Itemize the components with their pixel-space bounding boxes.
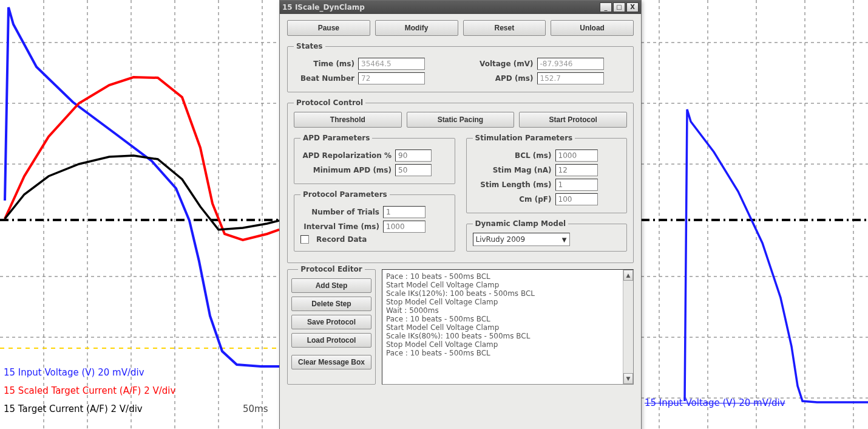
left-oscilloscope: 15 Input Voltage (V) 20 mV/div 15 Scaled…: [0, 0, 279, 429]
message-line: Scale IKs(120%): 100 beats - 500ms BCL: [386, 289, 629, 298]
minimize-button[interactable]: _: [600, 2, 612, 12]
interval-input[interactable]: [383, 221, 426, 233]
message-line: Stop Model Cell Voltage Clamp: [386, 340, 629, 349]
record-data-label: Record Data: [316, 235, 367, 244]
states-group: States Time (ms) Beat Number Voltage (mV…: [287, 42, 634, 92]
protocol-params-legend: Protocol Parameters: [300, 190, 390, 199]
start-protocol-button[interactable]: Start Protocol: [519, 112, 627, 128]
unload-button[interactable]: Unload: [551, 20, 634, 36]
x-tick-label: 50ms: [243, 403, 268, 414]
modify-button[interactable]: Modify: [375, 20, 458, 36]
states-legend: States: [294, 42, 325, 50]
stim-params-legend: Stimulation Parameters: [473, 134, 575, 142]
voltage-label: Voltage (mV): [467, 60, 534, 68]
apd-repol-label: APD Repolarization %: [300, 151, 392, 160]
scroll-down-icon[interactable]: ▼: [623, 373, 633, 384]
cm-label: Cm (pF): [473, 195, 552, 204]
bcl-label: BCL (ms): [473, 151, 552, 160]
model-select[interactable]: LivRudy 2009 ▼: [473, 233, 570, 246]
stim-mag-input[interactable]: [555, 164, 598, 176]
protocol-control-legend: Protocol Control: [294, 98, 365, 107]
save-protocol-button[interactable]: Save Protocol: [291, 315, 371, 329]
add-step-button[interactable]: Add Step: [291, 278, 371, 293]
titlebar[interactable]: 15 IScale_DynClamp _ □ X: [280, 1, 641, 14]
reset-button[interactable]: Reset: [463, 20, 546, 36]
message-box[interactable]: Pace : 10 beats - 500ms BCLStart Model C…: [382, 269, 634, 385]
bcl-input[interactable]: [555, 149, 598, 162]
static-pacing-button[interactable]: Static Pacing: [407, 112, 515, 128]
message-line: Stop Model Cell Voltage Clamp: [386, 298, 629, 306]
min-apd-label: Minimum APD (ms): [300, 166, 392, 174]
dynamic-clamp-model-group: Dynamic Clamp Model LivRudy 2009 ▼: [466, 219, 628, 252]
min-apd-input[interactable]: [395, 164, 432, 176]
voltage-field: [537, 58, 604, 70]
message-line: Start Model Cell Voltage Clamp: [386, 323, 629, 332]
window-title: 15 IScale_DynClamp: [282, 3, 365, 12]
record-data-checkbox[interactable]: [300, 235, 309, 244]
protocol-editor-group: Protocol Editor Add Step Delete Step Sav…: [287, 269, 376, 385]
scrollbar-vertical[interactable]: ▲ ▼: [623, 270, 633, 384]
message-line: Wait : 5000ms: [386, 306, 629, 315]
right-oscilloscope: 15 Input Voltage (V) 20 mV/div: [641, 0, 868, 429]
legend-target: 15 Target Current (A/F) 2 V/div: [4, 403, 143, 414]
apd-field: [537, 72, 604, 84]
model-select-value: LivRudy 2009: [476, 235, 526, 244]
threshold-button[interactable]: Threshold: [294, 112, 402, 128]
chevron-down-icon: ▼: [562, 236, 567, 243]
pause-button[interactable]: Pause: [287, 20, 370, 36]
message-line: Scale IKs(80%): 100 beats - 500ms BCL: [386, 332, 629, 340]
protocol-control-group: Protocol Control Threshold Static Pacing…: [287, 98, 634, 263]
beat-label: Beat Number: [294, 74, 354, 83]
trials-label: Number of Trials: [300, 208, 379, 216]
close-button[interactable]: X: [626, 2, 639, 12]
interval-label: Interval Time (ms): [300, 222, 379, 231]
stim-length-label: Stim Length (ms): [473, 180, 552, 189]
model-legend: Dynamic Clamp Model: [473, 219, 569, 228]
trials-input[interactable]: [383, 206, 426, 218]
apd-parameters-group: APD Parameters APD Repolarization % Mini…: [294, 134, 455, 184]
cm-input[interactable]: [555, 193, 598, 205]
apd-repol-input[interactable]: [395, 149, 432, 162]
protocol-parameters-group: Protocol Parameters Number of Trials Int…: [294, 190, 455, 252]
legend-scaled-target: 15 Scaled Target Current (A/F) 2 V/div: [4, 385, 175, 396]
apd-params-legend: APD Parameters: [300, 134, 372, 142]
message-line: Pace : 10 beats - 500ms BCL: [386, 349, 629, 357]
protocol-editor-legend: Protocol Editor: [298, 265, 364, 273]
apd-label: APD (ms): [467, 74, 534, 83]
dynclamp-window: 15 IScale_DynClamp _ □ X Pause Modify Re…: [279, 0, 642, 429]
maximize-button[interactable]: □: [613, 2, 625, 12]
scroll-up-icon[interactable]: ▲: [623, 270, 633, 281]
clear-message-button[interactable]: Clear Message Box: [291, 355, 371, 369]
stim-length-input[interactable]: [555, 179, 598, 191]
delete-step-button[interactable]: Delete Step: [291, 297, 371, 311]
legend-input-voltage: 15 Input Voltage (V) 20 mV/div: [4, 367, 144, 378]
message-line: Start Model Cell Voltage Clamp: [386, 281, 629, 289]
time-field: [358, 58, 425, 70]
message-line: Pace : 10 beats - 500ms BCL: [386, 315, 629, 323]
legend-input-voltage-right: 15 Input Voltage (V) 20 mV/div: [645, 397, 785, 408]
time-label: Time (ms): [294, 60, 354, 68]
message-line: Pace : 10 beats - 500ms BCL: [386, 272, 629, 281]
stimulation-parameters-group: Stimulation Parameters BCL (ms) Stim Mag…: [466, 134, 628, 213]
load-protocol-button[interactable]: Load Protocol: [291, 333, 371, 348]
stim-mag-label: Stim Mag (nA): [473, 166, 552, 174]
beat-field: [358, 72, 425, 84]
